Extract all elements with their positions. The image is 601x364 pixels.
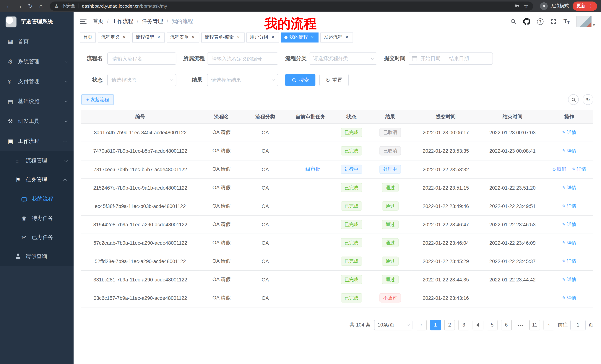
close-icon[interactable]: × bbox=[190, 35, 196, 40]
sidebar-item-process-management[interactable]: ≡ 流程管理 bbox=[0, 151, 74, 170]
close-icon[interactable]: × bbox=[236, 35, 241, 40]
cell-name: OA 请假 bbox=[199, 289, 244, 307]
page-button[interactable]: 6 bbox=[501, 319, 512, 330]
github-icon[interactable] bbox=[523, 18, 530, 25]
hamburger-icon[interactable] bbox=[80, 19, 87, 24]
close-icon[interactable]: × bbox=[310, 35, 315, 40]
user-avatar[interactable]: ▾ bbox=[576, 16, 595, 27]
tab-user-group[interactable]: 用户分组× bbox=[246, 32, 279, 42]
home-icon[interactable]: ⌂ bbox=[36, 0, 46, 12]
detail-link[interactable]: ✎详情 bbox=[562, 221, 576, 228]
detail-label: 详情 bbox=[567, 276, 576, 283]
cell-id: 67c2eaab-7b9a-11ec-a290-acde48001122 bbox=[81, 234, 200, 252]
page-button[interactable]: 5 bbox=[487, 319, 498, 330]
tab-my-process[interactable]: 我的流程× bbox=[281, 32, 319, 42]
breadcrumb-task-management[interactable]: 任务管理 bbox=[142, 18, 163, 25]
detail-link[interactable]: ✎详情 bbox=[562, 258, 576, 264]
browser-menu-kebab-icon[interactable]: ⋮ bbox=[588, 3, 593, 9]
breadcrumb-workflow[interactable]: 工作流程 bbox=[112, 18, 133, 25]
detail-link[interactable]: ✎详情 bbox=[562, 203, 576, 209]
status-tag: 已完成 bbox=[341, 238, 362, 248]
cancel-link[interactable]: ⊘取消 bbox=[552, 166, 566, 172]
tab-process-definition[interactable]: 流程定义× bbox=[98, 32, 130, 42]
sidebar-item-infrastructure[interactable]: ▤ 基础设施 bbox=[0, 91, 74, 111]
page-ellipsis[interactable]: ••• bbox=[515, 319, 526, 330]
toggle-search-button[interactable] bbox=[568, 94, 579, 105]
close-icon[interactable]: × bbox=[270, 35, 276, 40]
tab-process-model[interactable]: 流程模型× bbox=[132, 32, 165, 42]
detail-link[interactable]: ✎详情 bbox=[562, 148, 576, 154]
parent-process-input[interactable] bbox=[207, 52, 278, 65]
detail-link[interactable]: ✎详情 bbox=[562, 276, 576, 283]
status-select[interactable]: 请选择状态 bbox=[107, 74, 176, 86]
submit-time-range-picker[interactable]: 开始日期 - 结束日期 bbox=[408, 52, 493, 65]
url-path: /bpm/task/my bbox=[140, 3, 167, 9]
sidebar-item-home[interactable]: ▦ 首页 bbox=[0, 32, 74, 52]
sidebar-item-task-management[interactable]: ⚑ 任务管理 bbox=[0, 170, 74, 189]
fullscreen-icon[interactable] bbox=[551, 18, 557, 25]
cell-operations: ✎详情 bbox=[545, 123, 593, 142]
refresh-table-button[interactable]: ↻ bbox=[583, 94, 593, 105]
search-button[interactable]: 搜索 bbox=[285, 74, 315, 86]
sidebar-item-done-tasks[interactable]: ✂ 已办任务 bbox=[0, 228, 74, 247]
table-row: ec45f38f-7b9a-11ec-b03b-acde48001122 OA … bbox=[81, 197, 593, 215]
breadcrumb-home[interactable]: 首页 bbox=[93, 18, 103, 25]
sidebar-item-system[interactable]: ⚙ 系统管理 bbox=[0, 52, 74, 72]
goto-page-input[interactable] bbox=[570, 319, 586, 330]
breadcrumb: 首页 / 工作流程 / 任务管理 / 我的流程 bbox=[93, 18, 193, 25]
sidebar-item-dev-tools[interactable]: ⚒ 研发工具 bbox=[0, 112, 74, 131]
tab-process-form-edit[interactable]: 流程表单-编辑× bbox=[201, 32, 244, 42]
start-process-button[interactable]: + 发起流程 bbox=[81, 94, 114, 105]
page-button[interactable]: 2 bbox=[444, 319, 455, 330]
detail-link[interactable]: ✎详情 bbox=[562, 239, 576, 246]
detail-link[interactable]: ✎详情 bbox=[562, 184, 576, 191]
pagination-pages: 123456•••11 bbox=[430, 319, 540, 330]
page-button[interactable]: 11 bbox=[529, 319, 540, 330]
detail-icon: ✎ bbox=[562, 295, 566, 300]
cancel-label: 取消 bbox=[557, 166, 566, 172]
page-button[interactable]: 3 bbox=[458, 319, 469, 330]
close-icon[interactable]: × bbox=[156, 35, 161, 40]
close-icon[interactable]: × bbox=[121, 35, 127, 40]
col-end-time: 结束时间 bbox=[480, 110, 545, 123]
page-button[interactable]: 4 bbox=[473, 319, 483, 330]
result-tag: 处理中 bbox=[380, 164, 401, 174]
cancel-icon: ⊘ bbox=[552, 167, 556, 172]
sidebar-item-leave-query[interactable]: 请假查询 bbox=[0, 247, 74, 266]
active-dot bbox=[284, 36, 288, 39]
detail-link[interactable]: ✎详情 bbox=[572, 166, 586, 172]
forward-icon[interactable]: → bbox=[14, 0, 25, 12]
font-size-icon[interactable]: TT bbox=[563, 18, 570, 25]
reload-icon[interactable]: ↻ bbox=[25, 0, 35, 12]
page-size-select[interactable]: 10条/页 bbox=[374, 319, 412, 330]
process-name-input[interactable] bbox=[107, 52, 176, 65]
task-link[interactable]: 一级审批 bbox=[300, 166, 320, 172]
prev-page-button[interactable]: ‹ bbox=[416, 319, 427, 330]
sidebar-item-payment[interactable]: ¥ 支付管理 bbox=[0, 72, 74, 91]
page-button[interactable]: 1 bbox=[430, 319, 441, 330]
detail-link[interactable]: ✎详情 bbox=[562, 129, 576, 136]
bookmark-star-icon[interactable]: ☆ bbox=[523, 0, 529, 12]
next-page-button[interactable]: › bbox=[543, 319, 554, 330]
category-select[interactable]: 请选择流程分类 bbox=[309, 52, 377, 65]
sidebar-item-my-process[interactable]: 我的流程 bbox=[0, 190, 74, 209]
tab-process-form[interactable]: 流程表单× bbox=[167, 32, 199, 42]
search-icon[interactable] bbox=[510, 18, 516, 25]
app-logo[interactable]: 芋道管理系统 bbox=[0, 12, 74, 32]
back-icon[interactable]: ← bbox=[4, 0, 14, 12]
table-row: 3ad174fb-7b9d-11ec-8404-acde48001122 OA … bbox=[81, 123, 593, 142]
reset-button[interactable]: ↻ 重置 bbox=[319, 74, 349, 86]
update-button[interactable]: 更新 ⋮ bbox=[573, 1, 597, 10]
cell-category: OA bbox=[244, 197, 287, 215]
sidebar-item-todo-tasks[interactable]: ◉ 待办任务 bbox=[0, 209, 74, 228]
tab-start-process[interactable]: 发起流程× bbox=[320, 32, 353, 42]
help-icon[interactable]: ? bbox=[537, 18, 544, 25]
sidebar-item-workflow[interactable]: ▣ 工作流程 bbox=[0, 131, 74, 151]
detail-link[interactable]: ✎详情 bbox=[562, 295, 576, 301]
tab-home[interactable]: 首页 bbox=[80, 32, 96, 42]
result-select[interactable]: 请选择流结果 bbox=[207, 74, 278, 86]
address-bar[interactable]: ⚠ 不安全 dashboard.yudao.iocoder.cn/bpm/tas… bbox=[50, 1, 533, 10]
security-label[interactable]: 不安全 bbox=[62, 3, 75, 9]
key-icon[interactable] bbox=[514, 3, 520, 9]
close-icon[interactable]: × bbox=[344, 35, 350, 40]
